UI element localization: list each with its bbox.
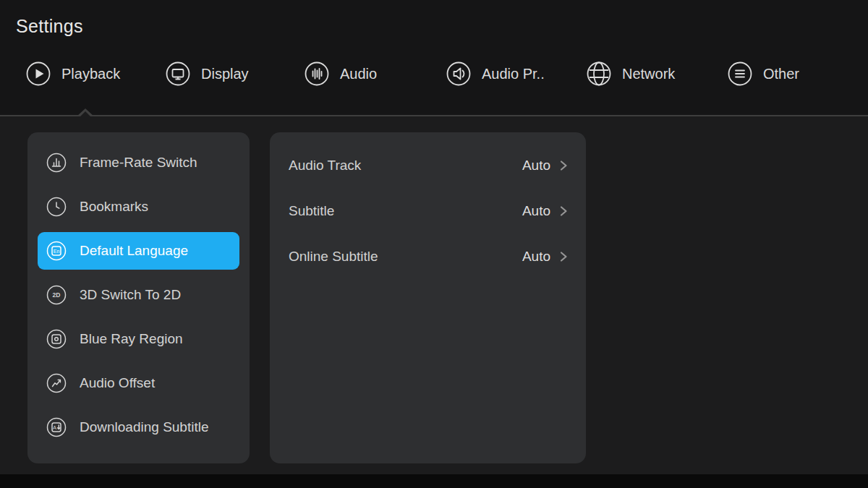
tab-display[interactable]: Display	[165, 56, 249, 91]
tab-label: Audio Pr..	[482, 66, 545, 82]
page-title: Settings	[16, 16, 83, 37]
svg-text:2D: 2D	[53, 291, 61, 299]
tab-divider	[0, 115, 868, 116]
chevron-right-icon	[558, 160, 569, 171]
sidebar-item-label: Bookmarks	[80, 199, 148, 215]
tab-playback[interactable]: Playback	[25, 56, 120, 91]
sidebar-item-blue-ray-region[interactable]: Blue Ray Region	[38, 320, 239, 358]
sidebar-item-audio-offset[interactable]: Audio Offset	[38, 364, 239, 402]
tab-label: Playback	[61, 66, 120, 82]
row-audio-track[interactable]: Audio Track Auto	[270, 142, 586, 188]
sidebar-item-bookmarks[interactable]: Bookmarks	[38, 188, 239, 226]
row-online-subtitle[interactable]: Online Subtitle Auto	[270, 234, 586, 279]
display-icon	[165, 61, 191, 87]
tab-label: Display	[201, 66, 249, 82]
bottom-bar	[0, 474, 868, 488]
chevron-right-icon	[558, 205, 569, 217]
bluray-icon	[46, 328, 67, 350]
tab-network[interactable]: Network	[586, 56, 675, 91]
equalizer-icon	[304, 61, 330, 87]
row-label: Online Subtitle	[289, 249, 378, 265]
menu-icon	[727, 61, 753, 87]
tab-label: Other	[763, 66, 799, 82]
row-label: Audio Track	[289, 158, 361, 174]
subtitle-download-icon: A	[46, 416, 67, 438]
chevron-right-icon	[558, 251, 569, 262]
row-value: Auto	[522, 158, 550, 174]
detail-panel: Audio Track Auto Subtitle Auto Online Su…	[270, 132, 586, 463]
tab-label: Audio	[340, 66, 377, 82]
sidebar-item-default-language[interactable]: En Default Language	[38, 232, 239, 270]
sidebar-item-frame-rate-switch[interactable]: Frame-Rate Switch	[38, 144, 239, 181]
play-icon	[25, 61, 51, 87]
row-value: Auto	[522, 249, 550, 265]
sidebar-item-label: Blue Ray Region	[80, 331, 183, 347]
globe-icon	[586, 61, 612, 87]
audio-offset-icon	[46, 372, 67, 394]
sidebar-item-label: Audio Offset	[80, 375, 155, 391]
sidebar-item-3d-switch-to-2d[interactable]: 2D 3D Switch To 2D	[38, 276, 239, 314]
speaker-icon	[446, 61, 472, 87]
language-en-icon: En	[46, 240, 67, 262]
sidebar-item-downloading-subtitle[interactable]: A Downloading Subtitle	[38, 408, 239, 446]
svg-text:A: A	[53, 424, 56, 431]
svg-text:En: En	[54, 249, 60, 254]
bar-chart-icon	[46, 152, 67, 174]
sidebar-item-label: Default Language	[80, 243, 188, 259]
clock-icon	[46, 196, 67, 218]
row-label: Subtitle	[289, 203, 334, 219]
tab-label: Network	[622, 66, 675, 82]
tab-audio[interactable]: Audio	[304, 56, 377, 91]
tab-audio-processing[interactable]: Audio Pr..	[446, 56, 545, 91]
sidebar-item-label: Frame-Rate Switch	[80, 155, 197, 171]
sidebar-panel: Frame-Rate Switch Bookmarks En Default L…	[27, 132, 250, 463]
tab-other[interactable]: Other	[727, 56, 799, 91]
2d-icon: 2D	[46, 284, 67, 306]
sidebar-item-label: 3D Switch To 2D	[80, 287, 181, 303]
row-value: Auto	[522, 203, 550, 219]
sidebar-item-label: Downloading Subtitle	[80, 419, 209, 435]
row-subtitle[interactable]: Subtitle Auto	[270, 188, 586, 234]
